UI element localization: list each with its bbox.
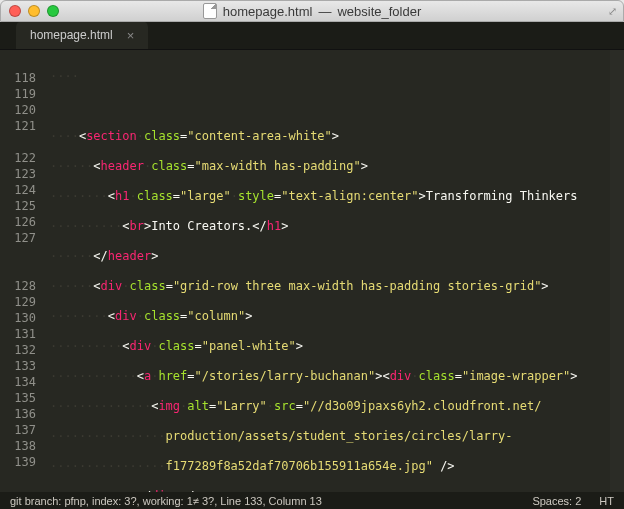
title-separator: — bbox=[318, 4, 331, 19]
status-spaces[interactable]: Spaces: 2 bbox=[532, 495, 581, 507]
traffic-lights bbox=[9, 5, 59, 17]
status-left[interactable]: git branch: pfnp, index: 3?, working: 1≠… bbox=[10, 495, 322, 507]
tab-close-icon[interactable]: × bbox=[127, 28, 135, 43]
resize-icon[interactable]: ⤢ bbox=[608, 5, 617, 18]
status-bar: git branch: pfnp, index: 3?, working: 1≠… bbox=[0, 492, 624, 509]
status-syntax[interactable]: HT bbox=[599, 495, 614, 507]
window-title: homepage.html — website_folder bbox=[203, 3, 421, 19]
code-area[interactable]: ···· ····<section·class="content-area-wh… bbox=[44, 50, 624, 492]
close-icon[interactable] bbox=[9, 5, 21, 17]
maximize-icon[interactable] bbox=[47, 5, 59, 17]
code-editor[interactable]: 1181191201211221231241251261271281291301… bbox=[0, 50, 624, 492]
line-gutter: 1181191201211221231241251261271281291301… bbox=[0, 50, 44, 492]
title-filename: homepage.html bbox=[223, 4, 313, 19]
window-titlebar: homepage.html — website_folder ⤢ bbox=[0, 0, 624, 22]
title-folder: website_folder bbox=[337, 4, 421, 19]
tab-homepage[interactable]: homepage.html × bbox=[16, 21, 148, 49]
tab-label: homepage.html bbox=[30, 28, 113, 42]
minimap-scrollbar[interactable] bbox=[610, 50, 624, 492]
document-icon bbox=[203, 3, 217, 19]
tab-bar: homepage.html × bbox=[0, 22, 624, 50]
minimize-icon[interactable] bbox=[28, 5, 40, 17]
